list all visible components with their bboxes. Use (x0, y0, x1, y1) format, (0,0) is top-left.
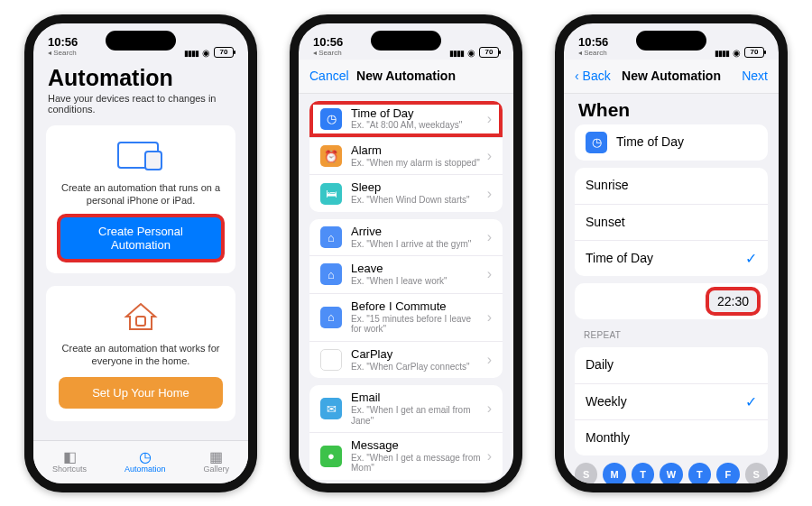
day-toggle-4[interactable]: T (688, 463, 711, 483)
tab-shortcuts[interactable]: ◧ Shortcuts (52, 450, 87, 474)
status-search: ◂ Search (48, 50, 78, 58)
trigger-row-alarm[interactable]: ⏰AlarmEx. "When my alarm is stopped"› (309, 137, 503, 174)
day-toggle-5[interactable]: F (716, 463, 739, 483)
battery-icon: 70 (479, 47, 499, 58)
trigger-row-sleep[interactable]: 🛏SleepEx. "When Wind Down starts"› (309, 174, 503, 211)
chevron-icon: › (487, 448, 492, 465)
trigger-row-email[interactable]: ✉EmailEx. "When I get an email from Jane… (309, 385, 503, 432)
row-title: Sleep (351, 181, 482, 195)
option-label: Daily (586, 357, 757, 372)
leave-icon: ⌂ (320, 263, 342, 285)
trigger-row-message[interactable]: ●MessageEx. "When I get a message from M… (309, 432, 503, 480)
signal-icon (715, 47, 729, 58)
tab-gallery[interactable]: ▦ Gallery (203, 450, 229, 474)
back-button[interactable]: ‹ Back (575, 69, 611, 83)
automation-icon: ◷ (125, 450, 166, 465)
day-toggle-1[interactable]: M (603, 463, 625, 483)
option-sunrise[interactable]: Sunrise (575, 168, 768, 204)
wifi-icon (467, 47, 475, 58)
row-subtitle: Ex. "When I get an email from Jane" (351, 405, 482, 426)
option-weekly[interactable]: Weekly✓ (575, 383, 768, 419)
day-toggle-3[interactable]: W (660, 463, 682, 483)
home-icon (59, 299, 223, 335)
tab-automation[interactable]: ◷ Automation (125, 450, 166, 474)
signal-icon (184, 47, 198, 58)
trigger-row-arrive[interactable]: ⌂ArriveEx. "When I arrive at the gym"› (309, 219, 503, 255)
status-time: 10:56 (48, 36, 78, 49)
row-subtitle: Ex. "When I arrive at the gym" (351, 239, 482, 250)
clock-icon: ◷ (320, 108, 342, 130)
option-daily[interactable]: Daily (575, 347, 768, 383)
time-value[interactable]: 22:30 (709, 290, 757, 312)
option-time-of-day[interactable]: Time of Day✓ (575, 240, 768, 276)
trigger-group-location: ⌂ArriveEx. "When I arrive at the gym"›⌂L… (309, 219, 503, 378)
trigger-row-commute[interactable]: ⌂Before I CommuteEx. "15 minutes before … (309, 293, 503, 341)
time-picker-row[interactable]: 22:30 (575, 283, 768, 319)
weekday-selector: SMTWTFS (575, 463, 768, 483)
message-icon: ● (320, 446, 342, 467)
day-toggle-0[interactable]: S (575, 463, 597, 483)
nav-bar: Cancel New Automation (299, 60, 513, 94)
nav-bar: ‹ Back New Automation Next (564, 60, 779, 94)
option-label: Sunset (586, 215, 757, 229)
cancel-button[interactable]: Cancel (309, 69, 349, 83)
trigger-row-clock[interactable]: ◷Time of DayEx. "At 8:00 AM, weekdays"› (309, 101, 503, 137)
chevron-icon: › (487, 309, 492, 326)
row-subtitle: Ex. "When CarPlay connects" (351, 362, 482, 373)
chevron-icon: › (487, 352, 492, 368)
personal-card-text: Create an automation that runs on a pers… (59, 181, 223, 207)
battery-icon: 70 (214, 47, 234, 58)
time-options: SunriseSunsetTime of Day✓ (575, 168, 768, 276)
row-subtitle: Ex. "When my alarm is stopped" (351, 158, 482, 169)
row-title: Message (351, 439, 482, 453)
clock-icon: ◷ (586, 132, 607, 153)
page-title: Automation (48, 65, 234, 91)
day-toggle-6[interactable]: S (745, 463, 768, 483)
devices-icon (59, 138, 223, 174)
svg-rect-1 (145, 152, 161, 170)
next-button[interactable]: Next (742, 69, 768, 83)
option-label: Sunrise (586, 178, 757, 192)
dynamic-island (636, 31, 706, 51)
when-header: When (578, 99, 764, 121)
personal-automation-card: Create an automation that runs on a pers… (46, 125, 235, 274)
alarm-icon: ⏰ (320, 145, 342, 167)
dynamic-island (371, 31, 441, 51)
shortcuts-icon: ◧ (52, 450, 87, 465)
set-up-home-button[interactable]: Set Up Your Home (59, 377, 223, 409)
create-personal-automation-button[interactable]: Create Personal Automation (59, 216, 223, 261)
trigger-time-of-day: ◷ Time of Day (575, 124, 768, 161)
day-toggle-2[interactable]: T (632, 463, 654, 483)
option-label: Weekly (586, 394, 740, 409)
wifi-icon (202, 47, 210, 58)
row-title: Before I Commute (351, 300, 482, 314)
sleep-icon: 🛏 (320, 183, 342, 205)
row-title: Email (351, 391, 482, 405)
commute-icon: ⌂ (320, 307, 342, 328)
status-search: ◂ Search (578, 50, 608, 58)
option-label: Monthly (586, 430, 757, 445)
page-subtitle: Have your devices react to changes in co… (48, 93, 228, 115)
trigger-row-carplay[interactable]: CCarPlayEx. "When CarPlay connects"› (309, 341, 503, 378)
selected-trigger: ◷ Time of Day (575, 124, 768, 161)
gallery-icon: ▦ (203, 450, 229, 465)
option-monthly[interactable]: Monthly (575, 419, 768, 455)
chevron-icon: › (487, 400, 492, 417)
time-value-row: 22:30 (575, 283, 768, 319)
dynamic-island (106, 31, 176, 51)
phone-time-of-day-config: 10:56 ◂ Search 70 ‹ Back New Automation … (555, 14, 788, 492)
trigger-row-leave[interactable]: ⌂LeaveEx. "When I leave work"› (309, 255, 503, 292)
row-subtitle: Ex. "When I get a message from Mom" (351, 453, 482, 474)
status-time: 10:56 (313, 36, 343, 49)
row-title: Alarm (351, 144, 482, 158)
tab-bar: ◧ Shortcuts ◷ Automation ▦ Gallery (33, 440, 248, 483)
row-title: Time of Day (351, 107, 482, 121)
chevron-icon: › (487, 186, 492, 202)
signal-icon (449, 47, 464, 58)
chevron-icon: › (487, 148, 492, 164)
status-search: ◂ Search (313, 50, 343, 58)
trigger-group-schedule: ◷Time of DayEx. "At 8:00 AM, weekdays"›⏰… (309, 101, 503, 212)
option-sunset[interactable]: Sunset (575, 204, 768, 240)
status-time: 10:56 (578, 36, 608, 49)
chevron-icon: › (487, 266, 492, 282)
